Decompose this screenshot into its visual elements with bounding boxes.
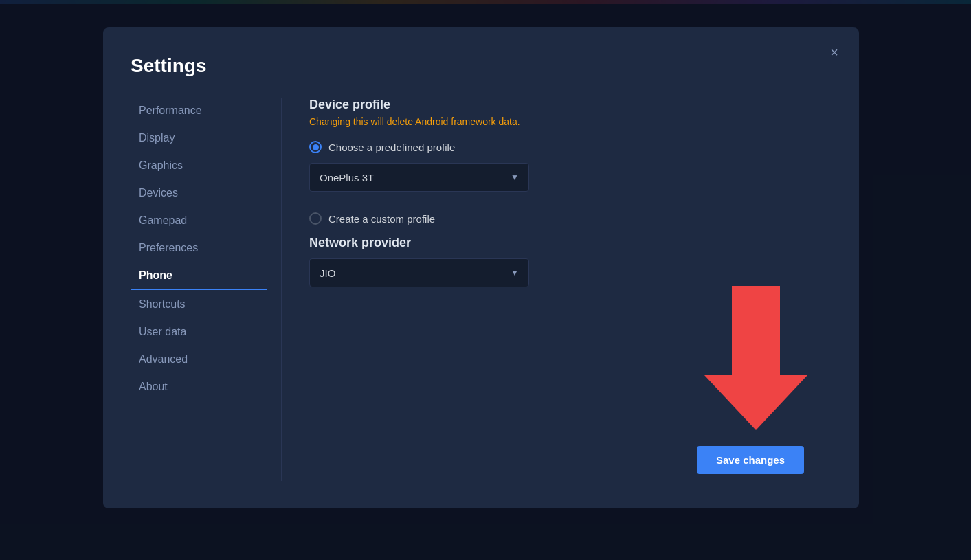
device-profile-section: Device profile Changing this will delete… [309,98,804,225]
sidebar-item-display[interactable]: Display [131,125,267,151]
sidebar-item-user-data[interactable]: User data [131,319,267,345]
radio-predefined-option[interactable]: Choose a predefined profile [309,141,804,153]
device-profile-warning: Changing this will delete Android framew… [309,116,804,127]
radio-predefined-circle [309,141,322,153]
network-provider-section: Network provider JIO ▼ [309,236,804,287]
profile-dropdown-arrow: ▼ [511,172,519,182]
sidebar-item-graphics[interactable]: Graphics [131,153,267,179]
settings-sidebar: Performance Display Graphics Devices Gam… [131,98,282,481]
close-button[interactable]: × [823,41,845,63]
network-dropdown[interactable]: JIO ▼ [309,258,529,287]
sidebar-item-phone[interactable]: Phone [131,262,267,290]
modal-title: Settings [131,55,832,77]
radio-custom-label: Create a custom profile [328,213,435,225]
profile-dropdown-value: OnePlus 3T [320,172,374,183]
network-dropdown-value: JIO [320,267,335,279]
radio-group-profile: Choose a predefined profile OnePlus 3T ▼… [309,141,804,225]
modal-body: Performance Display Graphics Devices Gam… [131,98,832,481]
network-dropdown-arrow: ▼ [511,268,519,278]
network-provider-title: Network provider [309,236,804,250]
radio-predefined-label: Choose a predefined profile [328,142,455,153]
sidebar-item-devices[interactable]: Devices [131,180,267,206]
sidebar-item-gamepad[interactable]: Gamepad [131,208,267,234]
sidebar-item-shortcuts[interactable]: Shortcuts [131,291,267,317]
save-changes-button[interactable]: Save changes [697,446,804,474]
modal-overlay: Settings × Performance Display Graphics … [0,0,971,560]
radio-custom-circle [309,212,322,225]
sidebar-item-performance[interactable]: Performance [131,98,267,124]
sidebar-item-preferences[interactable]: Preferences [131,235,267,261]
device-profile-title: Device profile [309,98,804,112]
profile-dropdown[interactable]: OnePlus 3T ▼ [309,163,529,192]
close-icon: × [830,45,838,60]
radio-custom-option[interactable]: Create a custom profile [309,212,804,225]
settings-modal: Settings × Performance Display Graphics … [103,27,859,508]
sidebar-item-about[interactable]: About [131,374,267,400]
settings-content: Device profile Changing this will delete… [282,98,832,481]
sidebar-item-advanced[interactable]: Advanced [131,346,267,372]
